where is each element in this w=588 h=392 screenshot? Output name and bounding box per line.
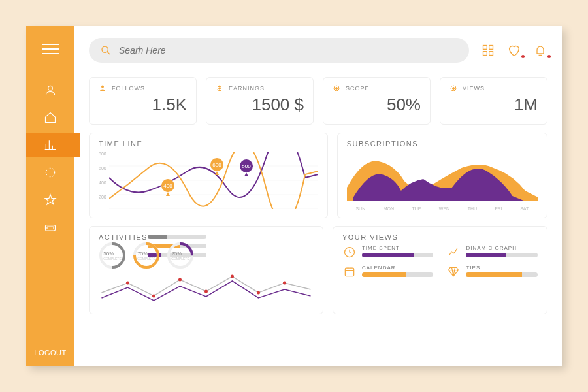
view-label: TIME SPENT	[362, 245, 434, 251]
svg-rect-5	[483, 46, 487, 50]
svg-text:500: 500	[242, 163, 251, 169]
view-item[interactable]: DINAMIC GRAPH	[446, 245, 538, 259]
app-frame: LOGOUT FOLLOWS 1.5K EARNINGS 1500 $ SCOP…	[26, 26, 562, 366]
notification-dot	[547, 55, 551, 58]
view-label: DINAMIC GRAPH	[466, 245, 538, 251]
y-tick: 800	[99, 152, 106, 156]
home-icon	[44, 111, 57, 124]
chart-icon	[44, 139, 57, 152]
view-label: CALENDAR	[362, 265, 434, 270]
stat-card-views[interactable]: VIEWS 1M	[440, 77, 547, 125]
grid-icon	[482, 44, 495, 57]
stat-value: 1.5K	[99, 95, 187, 115]
day-label: SAT	[520, 206, 529, 211]
svg-point-0	[48, 86, 53, 90]
stat-card-scope[interactable]: SCOPE 50%	[323, 77, 431, 125]
nav-profile[interactable]	[42, 82, 58, 98]
your-views-card: YOUR VIEWS TIME SPENT DINAMIC GRAPH CALE…	[333, 226, 547, 314]
view-progress	[466, 253, 538, 257]
view-item[interactable]: CALENDAR	[342, 265, 434, 279]
notification-dot	[521, 55, 525, 58]
svg-rect-8	[489, 52, 493, 56]
view-item[interactable]: TIPS	[446, 265, 538, 279]
timeline-y-axis: 800600400200	[99, 152, 106, 209]
card-title: TIME LINE	[99, 140, 318, 148]
stat-card-earnings[interactable]: EARNINGS 1500 $	[206, 77, 314, 125]
card-title: ACTIVITIES	[99, 233, 148, 241]
nav-list	[42, 82, 58, 235]
calendar-icon	[342, 265, 357, 279]
logout-button[interactable]: LOGOUT	[34, 349, 66, 357]
day-label: SUN	[355, 206, 365, 211]
view-progress	[362, 253, 434, 257]
svg-rect-3	[47, 227, 54, 229]
view-item[interactable]: TIME SPENT	[342, 245, 434, 259]
views-grid: TIME SPENT DINAMIC GRAPH CALENDAR TIPS	[342, 245, 538, 279]
nav-tickets[interactable]	[42, 220, 58, 235]
view-progress	[466, 272, 538, 277]
svg-point-36	[257, 291, 260, 295]
stat-card-follows[interactable]: FOLLOWS 1.5K	[89, 77, 197, 125]
svg-point-31	[126, 282, 129, 285]
stat-label: EARNINGS	[229, 85, 265, 91]
stat-value: 50%	[333, 95, 421, 115]
subscriptions-days: SUNMONTUEWENTHUFRISAT	[347, 206, 538, 211]
svg-rect-6	[489, 46, 493, 50]
star-icon	[44, 193, 57, 206]
menu-toggle-button[interactable]	[42, 41, 59, 57]
card-title: YOUR VIEWS	[342, 233, 538, 241]
y-tick: 600	[99, 166, 106, 171]
svg-point-34	[204, 290, 208, 293]
svg-point-13	[453, 88, 455, 90]
topbar	[89, 38, 547, 63]
timeline-chart: 400 600 500	[109, 152, 318, 209]
subscriptions-chart	[347, 152, 538, 201]
graph-icon	[446, 245, 461, 259]
stat-label: SCOPE	[346, 85, 370, 91]
stat-label: VIEWS	[463, 85, 485, 91]
likes-button[interactable]	[507, 43, 521, 57]
activities-card: ACTIVITIES 50%COMPLETE 75%COMPLETE 25%CO…	[89, 226, 323, 314]
svg-point-4	[102, 46, 108, 52]
main-content: FOLLOWS 1.5K EARNINGS 1500 $ SCOPE 50% V…	[74, 26, 562, 366]
card-title: SUBSCRIPTIONS	[347, 140, 538, 148]
nav-analytics[interactable]	[42, 137, 58, 153]
search-box[interactable]	[89, 38, 469, 63]
view-progress	[362, 272, 434, 277]
bell-icon	[534, 44, 547, 57]
nav-favorites[interactable]	[42, 192, 58, 208]
day-label: FRI	[495, 206, 502, 211]
day-label: THU	[468, 206, 477, 211]
circle-icon	[44, 166, 57, 179]
day-label: WEN	[439, 206, 449, 211]
timeline-card: TIME LINE 800600400200 400 600 500	[89, 133, 328, 218]
y-tick: 400	[99, 180, 106, 185]
ticket-icon	[44, 221, 57, 234]
user-icon	[99, 84, 106, 92]
ring-label: 75%COMPLETE	[137, 251, 155, 261]
svg-rect-7	[483, 52, 487, 56]
stat-value: 1M	[449, 95, 538, 115]
sidebar: LOGOUT	[26, 26, 74, 366]
search-input[interactable]	[119, 45, 457, 56]
clock-icon	[342, 245, 357, 259]
activity-ring: 25%COMPLETE	[167, 242, 194, 269]
svg-point-33	[178, 278, 182, 282]
target-icon	[333, 84, 340, 92]
apps-button[interactable]	[481, 43, 495, 57]
dollar-icon	[216, 84, 223, 92]
activity-bar	[148, 235, 206, 239]
view-label: TIPS	[466, 265, 538, 270]
diamond-icon	[446, 265, 461, 279]
svg-point-9	[101, 86, 104, 88]
stat-label: FOLLOWS	[112, 85, 145, 91]
ring-label: 25%COMPLETE	[171, 251, 189, 261]
activities-chart	[99, 273, 314, 304]
svg-text:600: 600	[212, 162, 221, 168]
activity-ring: 75%COMPLETE	[133, 242, 160, 269]
notifications-button[interactable]	[533, 43, 547, 57]
day-label: MON	[384, 206, 394, 211]
y-tick: 200	[99, 195, 106, 199]
nav-settings[interactable]	[42, 165, 58, 180]
nav-home[interactable]	[42, 110, 58, 125]
